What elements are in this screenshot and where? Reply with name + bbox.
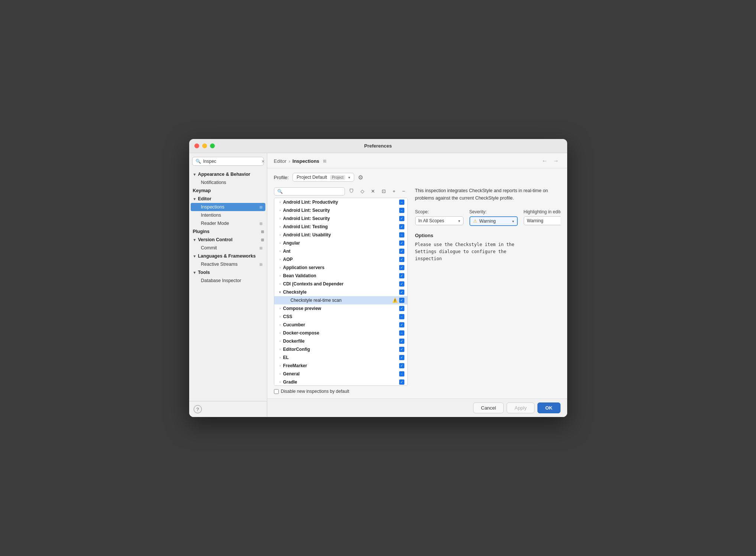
highlight-label: Highlighting in editor: xyxy=(524,209,560,214)
filter-search-input[interactable] xyxy=(285,189,342,194)
highlight-select[interactable]: Warning ▾ xyxy=(524,216,560,225)
checkbox-icon[interactable]: ✓ xyxy=(399,298,404,303)
maximize-button[interactable] xyxy=(210,143,215,148)
expand-icon: › xyxy=(277,306,283,311)
sidebar-group-languages[interactable]: ▼ Languages & Frameworks xyxy=(189,252,267,260)
profile-label: Profile: xyxy=(274,175,289,180)
close-filter-icon[interactable]: ✕ xyxy=(368,187,378,195)
checkbox-icon[interactable]: − xyxy=(399,208,404,213)
severity-label: Severity: xyxy=(469,209,518,214)
profile-gear-button[interactable]: ⚙ xyxy=(358,174,363,181)
clear-search-icon[interactable]: ✕ xyxy=(261,159,265,164)
back-button[interactable]: ← xyxy=(540,157,549,165)
inspection-item-css[interactable]: › CSS − xyxy=(274,313,407,321)
inspection-item-freemarker[interactable]: › FreeMarker ✓ xyxy=(274,362,407,370)
disable-new-inspections-checkbox[interactable] xyxy=(274,389,279,394)
filter-button[interactable]: ⛉ xyxy=(346,187,356,195)
sidebar-search-box[interactable]: 🔍 ✕ xyxy=(192,157,264,166)
inspection-item-android-testing[interactable]: › Android Lint: Testing ✓ xyxy=(274,223,407,231)
profile-select-dropdown[interactable]: Project Default Project ▾ xyxy=(293,173,354,182)
inspection-item-angular[interactable]: › Angular ✓ xyxy=(274,239,407,247)
sidebar-group-version-control[interactable]: ▼ Version Control ⊞ xyxy=(189,236,267,244)
sidebar-item-intentions[interactable]: Intentions xyxy=(191,211,265,219)
checkbox-icon[interactable]: ✓ xyxy=(399,216,404,221)
checkbox-icon[interactable]: ✓ xyxy=(399,339,404,344)
breadcrumb-separator: › xyxy=(288,158,290,164)
checkbox-icon[interactable]: ✓ xyxy=(399,249,404,254)
inspection-item-bean-validation[interactable]: › Bean Validation ✓ xyxy=(274,272,407,280)
checkbox-icon[interactable]: − xyxy=(399,200,404,205)
cancel-button[interactable]: Cancel xyxy=(473,403,504,413)
chevron-down-icon: ▼ xyxy=(193,197,197,201)
inspection-item-cdi[interactable]: › CDI (Contexts and Depender ✓ xyxy=(274,280,407,288)
sidebar-group-appearance[interactable]: ▼ Appearance & Behavior xyxy=(189,170,267,178)
help-button[interactable]: ? xyxy=(194,405,202,413)
sidebar-item-database-inspector[interactable]: Database Inspector xyxy=(191,277,265,285)
checkbox-icon[interactable]: − xyxy=(399,371,404,376)
close-button[interactable] xyxy=(194,143,199,148)
inspections-list[interactable]: › Android Lint: Productivity − › Android… xyxy=(274,198,408,386)
sidebar-item-reactive-streams[interactable]: Reactive Streams ⊞ xyxy=(191,260,265,268)
scope-value: In All Scopes xyxy=(419,218,444,223)
sidebar-group-editor[interactable]: ▼ Editor xyxy=(189,195,267,203)
remove-button[interactable]: − xyxy=(400,187,408,195)
checkbox-icon[interactable]: − xyxy=(399,330,404,336)
sidebar-group-keymap[interactable]: Keymap xyxy=(189,187,267,195)
checkbox-icon[interactable]: ✓ xyxy=(399,379,404,385)
checkbox-icon[interactable]: ✓ xyxy=(399,355,404,360)
inspection-item-checkstyle[interactable]: ▾ Checkstyle ✓ xyxy=(274,288,407,296)
inspection-item-el[interactable]: › EL ✓ xyxy=(274,353,407,362)
highlight-value: Warning xyxy=(527,218,543,223)
inspection-item-checkstyle-realtime[interactable]: Checkstyle real-time scan ⚠️ ✓ xyxy=(274,296,407,304)
inspection-item-gradle[interactable]: › Gradle ✓ xyxy=(274,378,407,386)
apply-button[interactable]: Apply xyxy=(507,403,534,413)
sidebar-item-inspections[interactable]: Inspections ⊞ xyxy=(191,203,265,211)
checkbox-icon[interactable]: ✓ xyxy=(399,281,404,287)
ok-button[interactable]: OK xyxy=(537,403,560,413)
inspection-item-compose-preview[interactable]: › Compose preview ✓ xyxy=(274,304,407,313)
main-panel: Editor › Inspections ⊞ ← → Profile: Proj… xyxy=(267,153,567,417)
sidebar-search-input[interactable] xyxy=(203,159,259,164)
inspection-item-android-productivity[interactable]: › Android Lint: Productivity − xyxy=(274,198,407,206)
checkbox-icon[interactable]: ✓ xyxy=(399,224,404,229)
add-button[interactable]: + xyxy=(390,187,398,195)
forward-button[interactable]: → xyxy=(552,157,560,165)
checkbox-icon[interactable]: ✓ xyxy=(399,290,404,295)
checkbox-icon[interactable]: ✓ xyxy=(399,322,404,327)
expand-icon: › xyxy=(277,224,283,230)
sidebar-item-commit[interactable]: Commit ⊞ xyxy=(191,244,265,252)
sidebar-group-tools[interactable]: ▼ Tools xyxy=(189,268,267,277)
checkbox-icon[interactable]: − xyxy=(399,232,404,237)
minimize-button[interactable] xyxy=(202,143,207,148)
inspection-item-docker-compose[interactable]: › Docker-compose − xyxy=(274,329,407,337)
inspection-item-android-security-2[interactable]: › Android Lint: Security ✓ xyxy=(274,214,407,223)
checkbox-icon[interactable]: ✓ xyxy=(399,265,404,270)
inspection-item-app-servers[interactable]: › Application servers ✓ xyxy=(274,264,407,272)
inspection-item-general[interactable]: › General − xyxy=(274,370,407,378)
scope-select[interactable]: In All Scopes ▾ xyxy=(415,216,463,225)
inspection-item-aop[interactable]: › AOP ✓ xyxy=(274,255,407,264)
inspection-item-android-security-1[interactable]: › Android Lint: Security − xyxy=(274,206,407,214)
checkbox-icon[interactable]: − xyxy=(399,314,404,319)
diamond-icon[interactable]: ◇ xyxy=(358,187,367,195)
inspection-item-dockerfile[interactable]: › Dockerfile ✓ xyxy=(274,337,407,345)
inspection-item-cucumber[interactable]: › Cucumber ✓ xyxy=(274,321,407,329)
checkbox-icon[interactable]: ✓ xyxy=(399,306,404,311)
page-settings-icon: ⊞ xyxy=(323,159,326,164)
filter-search-box[interactable]: 🔍 xyxy=(274,187,345,195)
sidebar-item-reader-mode[interactable]: Reader Mode ⊞ xyxy=(191,219,265,227)
checkbox-icon[interactable]: ✓ xyxy=(399,257,404,262)
inspection-item-editor-config[interactable]: › EditorConfig ✓ xyxy=(274,345,407,353)
inspection-item-android-usability[interactable]: › Android Lint: Usability − xyxy=(274,231,407,239)
profile-name: Project Default xyxy=(297,175,327,180)
checkbox-icon[interactable]: ✓ xyxy=(399,347,404,352)
sidebar-item-notifications[interactable]: Notifications xyxy=(191,178,265,187)
checkbox-icon[interactable]: ✓ xyxy=(399,273,404,278)
checkbox-icon[interactable]: ✓ xyxy=(399,240,404,246)
severity-select[interactable]: ⚠ Warning ▾ xyxy=(469,216,518,226)
sidebar-group-plugins[interactable]: Plugins ⊞ xyxy=(189,227,267,236)
inspection-item-ant[interactable]: › Ant ✓ xyxy=(274,247,407,255)
expand-all-button[interactable]: ⊡ xyxy=(379,187,388,195)
profile-badge: Project xyxy=(330,175,345,180)
checkbox-icon[interactable]: ✓ xyxy=(399,363,404,368)
